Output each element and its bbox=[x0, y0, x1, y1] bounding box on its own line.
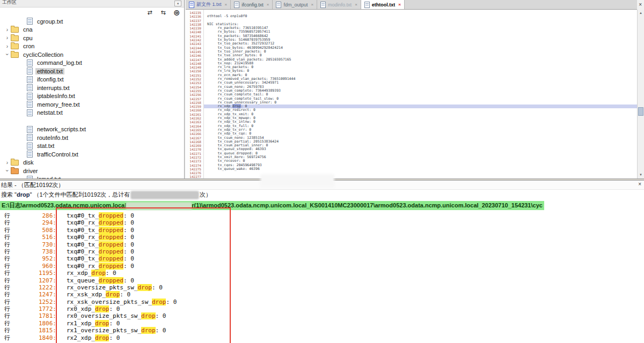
tabbar-close-icon[interactable]: × bbox=[639, 2, 642, 8]
result-row[interactable]: 行952:txq#0_tx_dropped: 0 bbox=[0, 255, 644, 262]
result-file-path[interactable]: E:\日志\armod0523.odata.ncmp.unicom.localr… bbox=[0, 201, 544, 210]
sync-icon[interactable]: ⇄ bbox=[145, 9, 154, 16]
result-row[interactable]: 行1247:rx_xsk_xdp_drop: 0 bbox=[0, 291, 644, 298]
result-row[interactable]: 行1806:rx1_xdp_drop: 0 bbox=[0, 320, 644, 327]
tree-item[interactable]: ›cyclicCollection bbox=[0, 50, 184, 59]
result-row[interactable]: 行730:txq#0_tx_dropped: 0 bbox=[0, 241, 644, 248]
tree-expand-icon[interactable]: › bbox=[4, 160, 10, 166]
result-row[interactable]: 行294:txq#0_rx_dropped: 0 bbox=[0, 219, 644, 226]
sync-alt-icon[interactable]: ⇆ bbox=[159, 9, 167, 16]
workspace-tree: cgroup.txt›cna›cpu›cron›cyclicCollection… bbox=[0, 17, 184, 178]
tree-expand-icon[interactable]: › bbox=[4, 168, 10, 174]
tree-item[interactable]: cgroup.txt bbox=[0, 17, 184, 26]
tree-item[interactable]: network_scripts.txt bbox=[0, 125, 184, 134]
editor-vertical-scrollbar[interactable]: ▲ ▼ bbox=[637, 10, 644, 178]
tab-close-icon[interactable]: × bbox=[311, 2, 313, 7]
tab-close-icon[interactable]: × bbox=[355, 2, 357, 7]
tab[interactable]: modinfo.txt× bbox=[317, 0, 361, 9]
locate-current-file-icon[interactable]: ◎ bbox=[172, 9, 181, 16]
tree-item[interactable]: ›cna bbox=[0, 26, 184, 34]
tree-item-label: cpu bbox=[21, 35, 34, 41]
row-line-label: 行 bbox=[0, 277, 10, 284]
tab-label: ifconfig.txt bbox=[241, 2, 264, 8]
tab[interactable]: 新文件 1.txt× bbox=[186, 0, 231, 9]
tab[interactable]: ifconfig.txt× bbox=[231, 0, 273, 9]
result-row[interactable]: 行1207:tx_queue_dropped: 0 bbox=[0, 277, 644, 284]
tree-item[interactable]: trafficControl.txt bbox=[0, 150, 184, 159]
tree-item[interactable]: ›cron bbox=[0, 42, 184, 51]
document-icon bbox=[276, 2, 281, 8]
result-row[interactable]: 行960:txq#0_rx_dropped: 0 bbox=[0, 263, 644, 270]
tree-item[interactable]: command_log.txt bbox=[0, 59, 184, 68]
tree-expand-icon[interactable]: › bbox=[4, 43, 10, 49]
editor-line: tx_queue_wake: 46396 bbox=[207, 167, 637, 171]
tab-close-icon[interactable]: × bbox=[267, 2, 269, 7]
line-number: 142247 bbox=[186, 58, 201, 62]
tab[interactable]: fdm_output× bbox=[273, 0, 317, 9]
tree-item[interactable]: iptablesInfo.txt bbox=[0, 92, 184, 101]
scroll-down-arrow-icon[interactable]: ▼ bbox=[638, 172, 644, 178]
tree-expand-icon[interactable]: › bbox=[4, 35, 10, 41]
result-row[interactable]: 行738:txq#0_rx_dropped: 0 bbox=[0, 248, 644, 255]
tree-item[interactable]: ›driver bbox=[0, 167, 184, 175]
result-row[interactable]: 行1222:rx_oversize_pkts_sw_drop: 0 bbox=[0, 284, 644, 291]
editor-line bbox=[207, 11, 637, 14]
editor-text-area[interactable]: ethtool -S enp1s0f0NIC statistics: rx_pa… bbox=[204, 10, 637, 178]
editor-line: tx_csum_partial: 205153836424 bbox=[207, 140, 637, 144]
row-line-label: 行 bbox=[0, 263, 10, 269]
scrollbar-thumb[interactable] bbox=[638, 107, 643, 116]
row-line-number: 1806: bbox=[10, 320, 56, 327]
line-number: 142254 bbox=[186, 85, 201, 89]
scroll-up-arrow-icon[interactable]: ▲ bbox=[638, 10, 644, 17]
row-line-number: 1195: bbox=[10, 270, 56, 277]
row-line-number: 508: bbox=[10, 227, 56, 234]
line-number: 142246 bbox=[186, 54, 201, 57]
row-match-text: txq#0_rx_dropped: 0 bbox=[67, 219, 134, 226]
tree-item[interactable]: ifconfig.txt bbox=[0, 76, 184, 84]
line-number: 142268 bbox=[186, 140, 201, 144]
result-row[interactable]: 行516:txq#0_rx_dropped: 0 bbox=[0, 234, 644, 241]
tree-expand-icon[interactable]: › bbox=[4, 27, 10, 33]
tree-item[interactable]: stat.txt bbox=[0, 142, 184, 151]
result-row[interactable]: 行1815:rx1_oversize_pkts_sw_drop: 0 bbox=[0, 327, 644, 334]
result-row[interactable]: 行286:txq#0_tx_dropped: 0 bbox=[0, 212, 644, 219]
row-line-label: 行 bbox=[0, 227, 10, 233]
tree-item[interactable]: routeInfo.txt bbox=[0, 133, 184, 142]
line-number: 142264 bbox=[186, 124, 201, 128]
tree-item[interactable]: interrupts.txt bbox=[0, 84, 184, 92]
result-row[interactable]: 行1772:rx0_xdp_drop: 0 bbox=[0, 305, 644, 312]
close-results-icon[interactable]: × bbox=[638, 181, 641, 187]
line-number: 142237 bbox=[186, 19, 201, 23]
tree-expand-icon[interactable]: › bbox=[4, 51, 10, 57]
row-match-text: rx_xsk_xdp_drop: 0 bbox=[67, 291, 130, 298]
path-text: E:\日志\armod0523.odata.ncmp.unicom.local bbox=[2, 202, 126, 208]
tree-item[interactable]: ›disk bbox=[0, 159, 184, 167]
match-highlight: dropped bbox=[99, 248, 123, 255]
result-row[interactable]: 行1781:rx0_oversize_pkts_sw_drop: 0 bbox=[0, 312, 644, 319]
summary-text: 搜索 " bbox=[1, 191, 17, 198]
row-line-label: 行 bbox=[0, 248, 10, 255]
editor-line: tx_recover: 0 bbox=[207, 159, 637, 163]
result-row[interactable]: 行1252:rx_xsk_oversize_pkts_sw_drop: 0 bbox=[0, 299, 644, 305]
tab-close-icon[interactable]: × bbox=[398, 2, 401, 7]
tree-item[interactable]: memory_free.txt bbox=[0, 100, 184, 109]
line-number: 142248 bbox=[186, 62, 201, 65]
tab-close-icon[interactable]: × bbox=[225, 2, 228, 7]
line-number: 142257 bbox=[186, 97, 201, 101]
tree-item[interactable]: netstat.txt bbox=[0, 109, 184, 117]
tab[interactable]: ethtool.txt× bbox=[361, 0, 405, 9]
result-row[interactable]: 行1840:rx2_xdp_drop: 0 bbox=[0, 334, 644, 341]
tab-label: fdm_output bbox=[283, 2, 308, 8]
result-row[interactable]: 行1195:rx_xdp_drop: 0 bbox=[0, 270, 644, 277]
line-number: 142239 bbox=[186, 26, 201, 30]
close-workspace-button[interactable]: × bbox=[174, 1, 181, 6]
tree-item[interactable]: ›cpu bbox=[0, 34, 184, 42]
line-number: 142238 bbox=[186, 23, 201, 26]
editor-line: rx_xdp_tx_cqe: 0 bbox=[207, 132, 637, 136]
line-number: 142236 bbox=[186, 14, 201, 18]
tree-item[interactable]: ethtool.txt bbox=[0, 67, 184, 76]
line-number: 142250 bbox=[186, 69, 201, 73]
editor-line: rx_xdp_tx_err: 0 bbox=[207, 128, 637, 132]
line-number: 142241 bbox=[186, 34, 201, 38]
result-row[interactable]: 行508:txq#0_tx_dropped: 0 bbox=[0, 227, 644, 234]
